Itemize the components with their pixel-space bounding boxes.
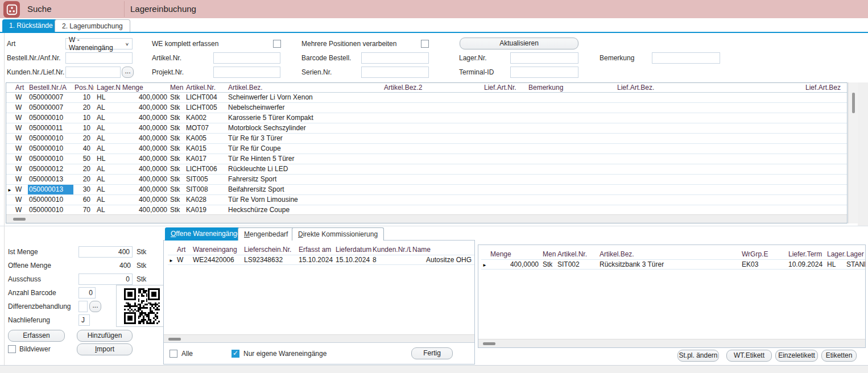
col-artikel-nr[interactable]: Artikel.Nr. [185, 83, 227, 92]
main-table-vscrollbar[interactable] [848, 82, 858, 223]
table-row[interactable]: W 050000011 10 AL 400,0000 Stk MOT07 Mot… [6, 123, 847, 134]
table-row[interactable]: W 050000013 20 AL 400,0000 Stk SIT005 Fa… [6, 175, 847, 185]
header-tab-suche[interactable]: Suche [27, 0, 52, 18]
cell-lager: AL [94, 185, 121, 194]
artikel-input[interactable] [213, 52, 280, 64]
alle-checkbox[interactable] [170, 350, 177, 358]
col-lief-art-bez2[interactable]: Lief.Art.Bez [804, 83, 847, 92]
section-divider [0, 226, 868, 226]
cell-bemerkung [527, 123, 616, 133]
kunden-lookup-button[interactable]: ... [122, 67, 134, 78]
mehrere-checkbox[interactable] [421, 40, 429, 48]
table-row[interactable]: W 050000010 60 AL 400,0000 Stk KA028 Tür… [6, 195, 847, 205]
table-row[interactable]: W 050000013 30 AL 400,0000 Stk SIT008 Be… [6, 185, 847, 195]
we-table-hscroll-thumb[interactable] [168, 338, 181, 341]
table-row[interactable]: W 050000012 20 AL 400,0000 Stk LICHT006 … [6, 164, 847, 175]
pos-table-hscroll-thumb[interactable] [483, 342, 495, 345]
col-bestell[interactable]: Bestell.Nr./A [28, 83, 73, 92]
serien-input[interactable] [361, 67, 429, 78]
we-table-hscrollbar[interactable] [164, 334, 474, 343]
col-artikel-bez[interactable]: Artikel.Bez. [598, 250, 741, 259]
bemerkung-input[interactable] [652, 52, 720, 64]
table-row[interactable]: W 050000007 10 HL 400,0000 Stk LICHT004 … [6, 93, 847, 103]
nachlieferung-input[interactable] [78, 314, 90, 326]
col-menge[interactable]: Menge [121, 83, 169, 92]
barcode-input[interactable] [361, 52, 429, 64]
cell-artikel-bez2 [383, 134, 483, 143]
table-row[interactable]: W 050000010 20 AL 400,0000 Stk KA005 Tür… [6, 134, 847, 144]
etiketten-button[interactable]: Etiketten [821, 350, 857, 362]
anzahl-barcode-input[interactable] [78, 287, 96, 299]
cell-art: W [14, 154, 28, 164]
differenz-lookup-button[interactable]: ... [89, 301, 101, 312]
col-einheit[interactable]: Men [542, 250, 556, 259]
pos-table-row[interactable]: 400,0000 Stk SIT002 Rücksitzbank 3 Türer… [481, 259, 865, 270]
col-wrgrp[interactable]: WrGrp.E [741, 250, 787, 259]
fertig-button[interactable]: Fertig [411, 347, 453, 359]
col-wareneingang[interactable]: Wareneingang [192, 245, 243, 255]
bildviewer-checkbox[interactable] [8, 345, 16, 353]
cell-lief-art-bez2 [804, 123, 847, 133]
tab-mengenbedarf[interactable]: Mengenbedarf [238, 227, 294, 241]
col-artikel-nr[interactable]: Artikel.Nr. [556, 250, 598, 259]
tab-rueckstaende[interactable]: 1. Rückstände [2, 19, 60, 32]
col-lieferschein[interactable]: Lieferschein.Nr. [243, 245, 297, 255]
cell-lager: AL [94, 195, 121, 205]
col-bemerkung[interactable]: Bemerkung [527, 83, 616, 92]
ist-menge-label: Ist Menge [8, 246, 38, 258]
home-icon[interactable] [3, 1, 20, 18]
col-artikel-bez2[interactable]: Artikel.Bez.2 [383, 83, 483, 92]
wt-etikett-button[interactable]: WT.Etikett [726, 350, 772, 362]
col-lager-nr[interactable]: Lager.Nr. [826, 250, 845, 259]
cell-erfasst-am: 15.10.2024 [297, 255, 334, 264]
main-table-vscroll-thumb[interactable] [852, 93, 855, 113]
table-row[interactable]: W 050000007 20 AL 400,0000 Stk LICHT005 … [6, 103, 847, 113]
bestell-input[interactable] [65, 52, 133, 64]
terminal-input[interactable] [510, 67, 578, 78]
col-lieferdatum[interactable]: Lieferdatum [334, 245, 371, 255]
col-artikel-bez[interactable]: Artikel.Bez. [227, 83, 383, 92]
art-dropdown[interactable]: W - Wareneingäng ∨ [65, 38, 133, 49]
differenz-input[interactable] [78, 301, 88, 312]
col-erfasst-am[interactable]: Erfasst am [297, 245, 334, 255]
table-row[interactable]: W 050000010 50 HL 400,0000 Stk KA017 Tür… [6, 154, 847, 164]
cell-art: W [14, 144, 28, 154]
stpl-aendern-button[interactable]: St.pl. ändern [677, 350, 719, 362]
col-menge[interactable]: Menge [489, 250, 542, 259]
einzeletikett-button[interactable]: Einzeletikett [775, 350, 818, 362]
kunden-input[interactable] [65, 67, 121, 78]
col-kunden-nr[interactable]: Kunden.Nr./Lie [371, 245, 411, 255]
tab-direkte-kommissionierung[interactable]: Direkte Kommissionierung [292, 227, 384, 241]
ist-menge-input[interactable] [78, 246, 133, 258]
main-table-hscrollbar[interactable] [6, 214, 847, 223]
col-name[interactable]: Name [411, 245, 474, 255]
col-einheit[interactable]: Men [169, 83, 185, 92]
cell-lager: AL [94, 164, 121, 174]
lager-nr-input[interactable] [510, 52, 578, 64]
col-pos[interactable]: Pos.Nr. [73, 83, 94, 92]
col-lager[interactable]: Lager.N [94, 83, 121, 92]
ist-menge-unit: Stk [137, 246, 146, 258]
main-table-hscroll-thumb[interactable] [13, 218, 26, 221]
tab-offene-wareneingaenge[interactable]: Offene Wareneingänge [165, 227, 246, 241]
col-lief-art-nr[interactable]: Lief.Art.Nr. [483, 83, 527, 92]
nur-eigene-checkbox[interactable] [232, 350, 239, 358]
table-row[interactable]: W 050000010 10 AL 400,0000 Stk KA002 Kar… [6, 113, 847, 123]
we-komplett-checkbox[interactable] [273, 40, 281, 48]
we-table-row[interactable]: W WE24420006 LS92348632 15.10.2024 15.10… [168, 255, 474, 265]
aktualisieren-button[interactable]: Aktualisieren [460, 38, 578, 49]
col-lief-art-bez[interactable]: Lief.Art.Bez. [616, 83, 804, 92]
table-row[interactable]: W 050000010 40 AL 400,0000 Stk KA015 Tür… [6, 144, 847, 154]
col-art[interactable]: Art [14, 83, 28, 92]
cell-bestell: 050000011 [28, 123, 73, 133]
projekt-input[interactable] [213, 67, 280, 78]
import-button[interactable]: Import [77, 343, 133, 355]
hinzufuegen-button[interactable]: Hinzufügen [77, 330, 133, 342]
ausschuss-input[interactable] [78, 273, 133, 285]
col-lager[interactable]: Lager [845, 250, 865, 259]
tab-lagerumbuchung[interactable]: 2. Lagerumbuchung [55, 19, 130, 32]
pos-table-hscrollbar[interactable] [478, 339, 865, 347]
erfassen-button[interactable]: Erfassen [8, 330, 65, 342]
col-liefer-term[interactable]: Liefer.Term [787, 250, 826, 259]
col-art[interactable]: Art [176, 245, 192, 255]
